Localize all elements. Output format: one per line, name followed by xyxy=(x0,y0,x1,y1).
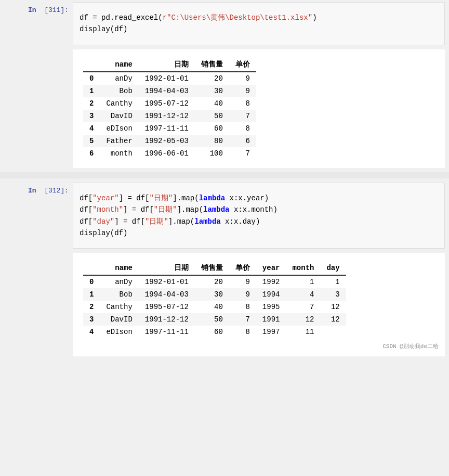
output-content-311: name 日期 销售量 单价 0anDy1992-01-01209 1Bob19… xyxy=(73,49,445,168)
code-line-1: df = pd.read_excel(r"C:\Users\黄伟\Desktop… xyxy=(80,12,438,23)
table-row: 3DavID1991-12-12507 xyxy=(83,110,256,122)
table-row: 1Bob1994-04-03309199443 xyxy=(83,288,346,301)
code-block-312: df["year"] = df["日期"].map(lambda x:x.yea… xyxy=(80,188,438,243)
table-header-312: name 日期 销售量 单价 year month day xyxy=(83,261,346,275)
col-header-date2: 日期 xyxy=(139,261,195,275)
cell-gutter-312: In [312]: xyxy=(0,181,73,251)
table-row: 4eDIson1997-11-11608199711 xyxy=(83,326,346,338)
cell-312: In [312]: df["year"] = df["日期"].map(lamb… xyxy=(0,181,449,251)
cell-content-312: df["year"] = df["日期"].map(lambda x:x.yea… xyxy=(73,183,445,249)
cell-gutter-311: In [311]: xyxy=(0,0,73,47)
watermark: CSDN @别动我de二哈 xyxy=(73,342,445,352)
col-header-date: 日期 xyxy=(139,58,195,72)
code-line-2: display(df) xyxy=(80,23,438,35)
table-row: 2Canthy1995-07-12408 xyxy=(83,97,256,110)
col-header-name2: name xyxy=(100,261,138,275)
table-row: 1Bob1994-04-03309 xyxy=(83,85,256,97)
code-line-312-3: df["day"] = df["日期"].map(lambda x:x.day) xyxy=(80,216,438,227)
output-gutter-312 xyxy=(0,251,73,358)
col-header-sales: 销售量 xyxy=(195,58,229,72)
code-line-312-4: display(df) xyxy=(80,227,438,239)
table-311: name 日期 销售量 单价 0anDy1992-01-01209 1Bob19… xyxy=(83,58,256,160)
notebook: In [311]: df = pd.read_excel(r"C:\Users\… xyxy=(0,0,449,358)
cell-content-311: df = pd.read_excel(r"C:\Users\黄伟\Desktop… xyxy=(73,2,445,45)
col-header-price2: 单价 xyxy=(229,261,256,275)
table-row: 3DavID1991-12-1250719911212 xyxy=(83,313,346,326)
table-312: name 日期 销售量 单价 year month day 0anDy1992-… xyxy=(83,261,346,338)
col-header-name: name xyxy=(100,58,138,72)
table-row: 5Father1992-05-03806 xyxy=(83,135,256,147)
table-row: 2Canthy1995-07-124081995712 xyxy=(83,301,346,313)
col-header-price: 单价 xyxy=(229,58,256,72)
cell-311: In [311]: df = pd.read_excel(r"C:\Users\… xyxy=(0,0,449,47)
output-312: name 日期 销售量 单价 year month day 0anDy1992-… xyxy=(0,251,449,358)
table-row: 0anDy1992-01-01209199211 xyxy=(83,275,346,288)
col-header-idx2 xyxy=(83,261,100,275)
col-header-idx xyxy=(83,58,100,72)
output-gutter-311 xyxy=(0,47,73,170)
output-311: name 日期 销售量 单价 0anDy1992-01-01209 1Bob19… xyxy=(0,47,449,170)
table-header-311: name 日期 销售量 单价 xyxy=(83,58,256,72)
col-header-year2: year xyxy=(256,261,286,275)
table-row: 4eDIson1997-11-11608 xyxy=(83,122,256,135)
col-header-month2: month xyxy=(286,261,320,275)
col-header-sales2: 销售量 xyxy=(195,261,229,275)
col-header-day2: day xyxy=(320,261,346,275)
code-block-311: df = pd.read_excel(r"C:\Users\黄伟\Desktop… xyxy=(80,8,438,40)
output-content-312: name 日期 销售量 单价 year month day 0anDy1992-… xyxy=(73,253,445,356)
table-row: 0anDy1992-01-01209 xyxy=(83,72,256,85)
table-row: 6month1996-06-011007 xyxy=(83,147,256,160)
code-line-312-2: df["month"] = df["日期"].map(lambda x:x.mo… xyxy=(80,204,438,215)
code-line-312-1: df["year"] = df["日期"].map(lambda x:x.yea… xyxy=(80,192,438,204)
